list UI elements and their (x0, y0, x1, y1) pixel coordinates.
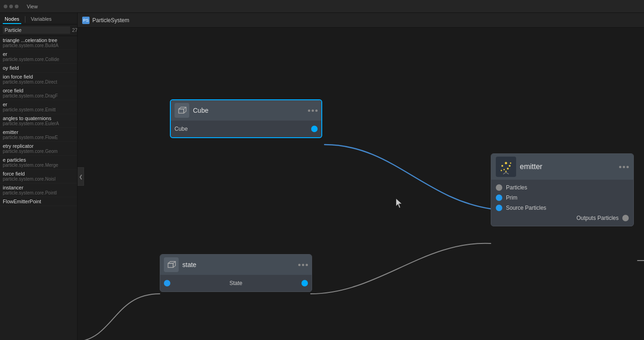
state-node-body: State (160, 275, 312, 291)
svg-point-10 (509, 165, 511, 167)
sidebar-item[interactable]: instancerparticle.system.core.PointI (0, 183, 77, 197)
menu-dot (312, 109, 314, 112)
sidebar-item-name: e particles (3, 157, 74, 163)
view-menu[interactable]: View (24, 3, 41, 10)
sidebar-item-path: particle.system.core.NoisI (3, 176, 74, 182)
state-node-icon (164, 257, 179, 272)
svg-rect-4 (168, 263, 173, 267)
cube-icon (177, 106, 187, 115)
state-input-port[interactable] (164, 280, 170, 286)
sidebar-item-name: triangle ...celeration tree (3, 37, 74, 43)
sidebar-item[interactable]: e particlesparticle.system.core.Merge (0, 156, 77, 170)
sidebar-list: triangle ...celeration treeparticle.syst… (0, 36, 77, 340)
cube-node-header: Cube (171, 100, 321, 121)
sidebar-item-name: angles to quaternions (3, 115, 74, 121)
sidebar-tabs: Nodes Variables (0, 13, 77, 24)
sidebar-item[interactable]: oy field (0, 64, 77, 73)
canvas-header: PS ParticleSystem (78, 13, 644, 28)
svg-point-8 (505, 162, 507, 164)
menu-dot (306, 264, 308, 266)
sidebar-item[interactable]: orce fieldparticle.system.core.DragF (0, 86, 77, 100)
particles-port-row: Particles (491, 182, 633, 193)
menu-dot (619, 166, 621, 168)
emitter-node-body: Particles Prim Source Particles Outputs (491, 180, 633, 226)
cube-output-label: Cube (175, 126, 188, 132)
cube-node-title: Cube (193, 107, 304, 114)
sidebar-item-path: particle.system.core.Merge (3, 163, 74, 168)
outputs-particles-port-row: Outputs Particles (491, 213, 633, 223)
sidebar-item[interactable]: emitterparticle.system.core.FlowE (0, 128, 77, 142)
svg-point-9 (501, 165, 503, 167)
cube-node-menu[interactable] (308, 109, 318, 112)
node-canvas[interactable]: Cube Cube (78, 28, 644, 340)
dot2 (9, 5, 13, 8)
prim-port-row: Prim (491, 193, 633, 203)
cursor-indicator (396, 199, 401, 203)
sidebar-item-name: emitter (3, 129, 74, 135)
svg-marker-18 (396, 199, 402, 208)
cube-node-body: Cube (171, 121, 321, 137)
svg-line-17 (506, 172, 509, 174)
sidebar-item-path: particle.system.core.FlowE (3, 135, 74, 140)
state-output-port[interactable] (301, 280, 308, 286)
emitter-node-menu[interactable] (619, 166, 629, 168)
sidebar-item-path: particle.system.core.BuildA (3, 43, 74, 48)
sidebar-item-path: particle.system.core.EulerA (3, 121, 74, 126)
svg-point-12 (507, 168, 509, 170)
search-count: 27 (72, 27, 78, 33)
sidebar-item-path: particle.system.core.DragF (3, 93, 74, 98)
svg-point-14 (510, 163, 512, 164)
sidebar-item-name: etry replicator (3, 143, 74, 149)
emitter-icon-svg (498, 158, 514, 175)
state-node-header: state (160, 255, 312, 275)
state-output-label: State (229, 280, 242, 286)
sidebar-item-name: oy field (3, 65, 74, 71)
sidebar-item[interactable]: angles to quaternionsparticle.system.cor… (0, 114, 77, 128)
sidebar-item-name: instancer (3, 185, 74, 190)
menu-dot (626, 166, 629, 168)
state-node-menu[interactable] (298, 264, 308, 266)
emitter-node-title: emitter (520, 163, 615, 171)
sidebar-item[interactable]: etry replicatorparticle.system.core.Geom (0, 142, 77, 156)
sidebar-item[interactable]: ion force fieldparticle.system.core.Dire… (0, 73, 77, 86)
menu-dot (298, 264, 301, 266)
sidebar-item[interactable]: erparticle.system.core.Emitt (0, 100, 77, 114)
sidebar-item[interactable]: force fieldparticle.system.core.NoisI (0, 170, 77, 183)
menu-dot (308, 109, 310, 112)
sidebar: Nodes Variables 27 triangle ...celeratio… (0, 13, 78, 340)
sidebar-item[interactable]: triangle ...celeration treeparticle.syst… (0, 36, 77, 50)
sidebar-item-name: orce field (3, 88, 74, 93)
state-node[interactable]: state State (160, 254, 312, 292)
state-icon (167, 260, 176, 269)
sidebar-item[interactable]: FlowEmitterPoint (0, 197, 77, 206)
tab-divider (25, 16, 25, 23)
tab-variables[interactable]: Variables (29, 15, 54, 24)
prim-input-port[interactable] (496, 194, 502, 201)
sidebar-item-name: er (3, 102, 74, 107)
svg-point-13 (501, 170, 502, 171)
top-bar: View (0, 0, 644, 13)
particles-input-port[interactable] (496, 184, 502, 191)
source-particles-label: Source Particles (506, 205, 546, 211)
search-input[interactable] (3, 26, 70, 34)
tab-nodes[interactable]: Nodes (3, 15, 21, 24)
emitter-node-icon (496, 157, 516, 177)
collapse-sidebar-button[interactable]: ❮ (78, 167, 84, 186)
dot3 (15, 5, 18, 8)
outputs-particles-label: Outputs Particles (577, 215, 619, 221)
outputs-particles-output-port[interactable] (622, 215, 629, 221)
sidebar-item-name: FlowEmitterPoint (3, 199, 74, 204)
sidebar-item-name: er (3, 51, 74, 57)
menu-dot (315, 109, 318, 112)
cube-node[interactable]: Cube Cube (170, 99, 322, 138)
menu-dot (623, 166, 625, 168)
canvas-icon: PS (82, 17, 90, 24)
emitter-node-header: emitter (491, 154, 633, 180)
cube-output-port[interactable] (311, 126, 318, 132)
sidebar-item-path: particle.system.core.Emitt (3, 107, 74, 112)
particles-label: Particles (506, 184, 527, 191)
sidebar-item[interactable]: erparticle.system.core.Collide (0, 50, 77, 64)
state-node-title: state (182, 261, 295, 268)
emitter-node[interactable]: emitter Particles (491, 153, 634, 226)
source-particles-input-port[interactable] (496, 205, 502, 211)
